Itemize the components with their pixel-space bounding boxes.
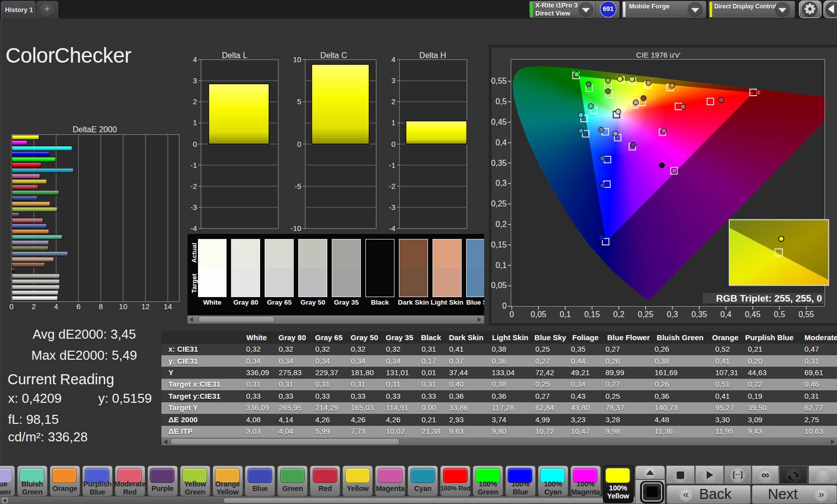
svg-text:-3: -3 (190, 203, 197, 211)
svg-text:4: 4 (193, 55, 197, 64)
svg-text:0,4: 0,4 (720, 310, 731, 319)
svg-text:14: 14 (163, 302, 172, 311)
svg-text:-5: -5 (295, 182, 301, 190)
svg-text:-1: -1 (389, 161, 395, 169)
svg-text:0,4: 0,4 (496, 138, 507, 147)
svg-text:RGB Triplet: 255, 255, 0: RGB Triplet: 255, 255, 0 (716, 293, 822, 304)
svg-text:12: 12 (141, 302, 150, 311)
svg-text:0,2: 0,2 (496, 220, 507, 228)
svg-text:0,05: 0,05 (491, 281, 507, 290)
svg-text:-2: -2 (190, 182, 197, 190)
svg-text:10: 10 (119, 302, 127, 311)
svg-text:3: 3 (391, 76, 395, 85)
svg-text:0: 0 (193, 140, 197, 148)
svg-text:0: 0 (10, 302, 14, 311)
svg-text:0,1: 0,1 (560, 310, 571, 319)
svg-text:DeltaE 2000: DeltaE 2000 (73, 125, 117, 134)
svg-text:0,35: 0,35 (691, 310, 707, 319)
svg-text:0,35: 0,35 (491, 159, 507, 167)
svg-text:4: 4 (391, 55, 395, 64)
svg-text:2: 2 (391, 97, 395, 106)
svg-text:1: 1 (193, 118, 197, 127)
svg-text:0,05: 0,05 (531, 310, 546, 319)
svg-text:0,5: 0,5 (774, 310, 785, 319)
svg-text:0: 0 (510, 310, 514, 319)
svg-text:0: 0 (297, 140, 301, 148)
svg-text:3: 3 (193, 76, 197, 85)
svg-text:8: 8 (99, 302, 103, 311)
svg-text:0: 0 (391, 140, 395, 148)
svg-text:0,45: 0,45 (745, 310, 760, 319)
svg-text:0,45: 0,45 (491, 118, 507, 126)
svg-text:-3: -3 (389, 203, 395, 211)
svg-text:0,5: 0,5 (496, 97, 507, 106)
svg-text:0,3: 0,3 (667, 310, 678, 319)
svg-text:-1: -1 (190, 161, 197, 169)
svg-text:0,25: 0,25 (491, 199, 507, 208)
svg-text:0: 0 (502, 302, 507, 310)
svg-text:0,1: 0,1 (496, 261, 507, 270)
svg-text:4: 4 (54, 302, 58, 311)
svg-text:0,2: 0,2 (613, 310, 624, 319)
svg-text:Delta L: Delta L (222, 51, 248, 60)
svg-text:-10: -10 (290, 224, 301, 232)
svg-text:0,25: 0,25 (638, 310, 654, 319)
svg-text:Delta C: Delta C (320, 51, 347, 60)
svg-text:0,15: 0,15 (491, 240, 507, 249)
svg-text:1: 1 (391, 118, 395, 127)
svg-text:6: 6 (76, 302, 80, 311)
svg-text:2: 2 (32, 302, 36, 311)
svg-text:0,3: 0,3 (496, 179, 507, 187)
svg-text:10: 10 (293, 55, 301, 64)
svg-text:0,15: 0,15 (584, 310, 600, 319)
svg-text:5: 5 (297, 97, 301, 106)
svg-text:2: 2 (193, 97, 197, 106)
svg-text:Delta H: Delta H (420, 51, 446, 60)
svg-text:0,55: 0,55 (491, 77, 507, 85)
svg-text:-4: -4 (190, 224, 197, 232)
svg-text:0,55: 0,55 (798, 310, 814, 319)
svg-text:-2: -2 (389, 182, 395, 190)
svg-text:-4: -4 (389, 224, 395, 232)
